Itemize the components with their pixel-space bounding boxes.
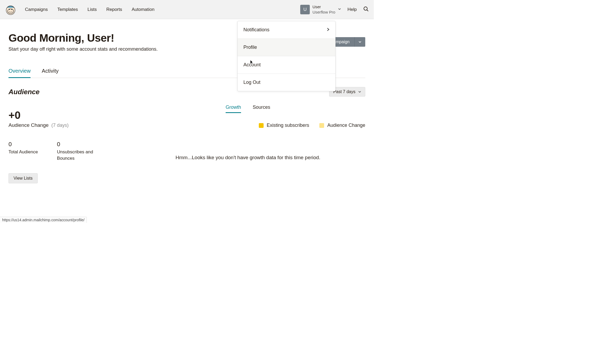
- mini-stats: 0 Total Audience 0 Unsubscribes and Boun…: [8, 141, 115, 162]
- unsubscribes-label: Unsubscribes and Bounces: [57, 149, 98, 162]
- browser-status-bar: https://us14.admin.mailchimp.com/account…: [0, 217, 87, 223]
- unsubscribes-value: 0: [57, 141, 98, 148]
- legend-change-label: Audience Change: [327, 123, 365, 128]
- chevron-right-icon: [327, 27, 329, 33]
- header-right: U User Userflow Pro Help: [300, 4, 369, 15]
- dropdown-notifications-label: Notifications: [243, 27, 269, 33]
- user-avatar-badge: U: [300, 5, 310, 14]
- user-org-label: Userflow Pro: [312, 10, 335, 15]
- dropdown-logout[interactable]: Log Out: [238, 74, 335, 91]
- timerange-label: Past 7 days: [333, 89, 355, 94]
- chevron-down-icon: [338, 7, 341, 11]
- tab-overview[interactable]: Overview: [8, 68, 31, 78]
- legend-existing-label: Existing subscribers: [267, 123, 309, 128]
- svg-point-2: [9, 8, 10, 10]
- dropdown-profile-label: Profile: [243, 45, 257, 50]
- chart-tabs: Growth Sources: [131, 105, 365, 113]
- total-audience-value: 0: [8, 141, 38, 148]
- view-lists-button[interactable]: View Lists: [8, 173, 38, 183]
- help-link[interactable]: Help: [347, 7, 357, 12]
- dropdown-profile[interactable]: Profile: [238, 39, 335, 56]
- svg-line-5: [367, 10, 368, 11]
- legend-swatch-existing: [259, 123, 264, 128]
- chart-area: Growth Sources Existing subscribers Audi…: [131, 109, 365, 183]
- stats-row: +0 Audience Change (7 days) 0 Total Audi…: [8, 109, 365, 183]
- dropdown-account-label: Account: [243, 62, 261, 68]
- unsubscribes-stat: 0 Unsubscribes and Bounces: [57, 141, 98, 162]
- dropdown-account[interactable]: Account: [238, 56, 335, 74]
- legend-swatch-change: [319, 123, 324, 128]
- create-campaign-dropdown-button[interactable]: [354, 37, 365, 47]
- top-header: Campaigns Templates Lists Reports Automa…: [0, 0, 374, 19]
- nav-reports[interactable]: Reports: [106, 7, 122, 12]
- user-name-label: User: [312, 4, 335, 10]
- audience-title: Audience: [8, 88, 40, 96]
- search-icon[interactable]: [363, 6, 369, 13]
- stats-left-panel: +0 Audience Change (7 days) 0 Total Audi…: [8, 109, 115, 183]
- nav-campaigns[interactable]: Campaigns: [25, 7, 48, 12]
- brand-logo[interactable]: [5, 4, 16, 15]
- dropdown-notifications[interactable]: Notifications: [238, 21, 335, 39]
- user-text: User Userflow Pro: [312, 4, 335, 15]
- nav-lists[interactable]: Lists: [87, 7, 97, 12]
- chart-legend: Existing subscribers Audience Change: [131, 123, 365, 128]
- svg-point-4: [364, 7, 367, 10]
- chart-empty-message: Hmm...Looks like you don't have growth d…: [131, 155, 365, 161]
- chart-tab-growth[interactable]: Growth: [226, 105, 241, 113]
- svg-point-1: [8, 9, 14, 14]
- nav-automation[interactable]: Automation: [132, 7, 154, 12]
- nav-templates[interactable]: Templates: [57, 7, 78, 12]
- legend-audience-change: Audience Change: [319, 123, 365, 128]
- chevron-down-icon: [358, 40, 362, 44]
- chevron-down-icon: [358, 90, 361, 93]
- dropdown-logout-label: Log Out: [243, 80, 260, 85]
- chart-tab-sources[interactable]: Sources: [253, 105, 270, 113]
- user-menu-trigger[interactable]: U User Userflow Pro: [300, 4, 341, 15]
- total-audience-stat: 0 Total Audience: [8, 141, 38, 162]
- legend-existing-subscribers: Existing subscribers: [259, 123, 309, 128]
- tab-activity[interactable]: Activity: [42, 68, 58, 78]
- svg-point-3: [11, 8, 12, 10]
- user-dropdown-menu: Notifications Profile Account Log Out: [237, 21, 336, 91]
- main-nav: Campaigns Templates Lists Reports Automa…: [25, 7, 154, 12]
- audience-change-period: (7 days): [51, 123, 69, 128]
- audience-change-label: Audience Change: [8, 122, 49, 128]
- total-audience-label: Total Audience: [8, 149, 38, 155]
- audience-change-value: +0: [8, 109, 115, 121]
